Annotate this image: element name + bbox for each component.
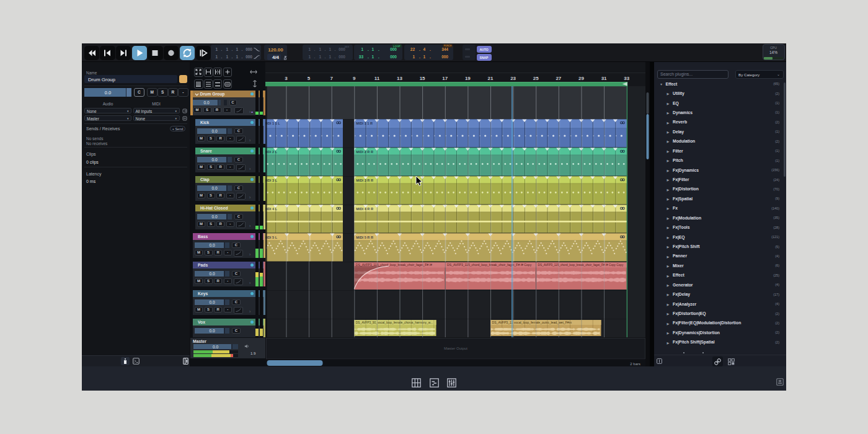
svg-text:33: 33 [624,76,629,81]
svg-text:DS_AVFP3_115_chord_loop_break_: DS_AVFP3_115_chord_loop_break_choir_fage… [538,263,624,267]
svg-text:5: 5 [308,76,311,81]
svg-text:31: 31 [601,76,607,81]
svg-text:9: 9 [353,76,356,81]
svg-text:7: 7 [330,76,333,81]
svg-text:21: 21 [488,76,494,81]
svg-text:19: 19 [465,76,471,81]
svg-text:MIDI 2 R R: MIDI 2 R R [356,150,373,154]
svg-text:MIDI 5 L: MIDI 5 L [265,236,278,239]
svg-text:23: 23 [510,76,516,81]
svg-text:17: 17 [442,76,448,81]
svg-text:DS_AVFP3_115_chord_loop_break_: DS_AVFP3_115_chord_loop_break_choir_fage… [447,263,531,267]
svg-text:MIDI 2 L: MIDI 2 L [265,150,278,154]
svg-text:DS_AVFP3_11 vocal_loop_female: DS_AVFP3_11 vocal_loop_female_outro_lead… [492,321,572,324]
svg-text:25: 25 [533,76,539,81]
svg-text:MIDI 4 R R: MIDI 4 R R [356,207,373,211]
svg-text:Master Output: Master Output [444,347,467,350]
svg-text:3: 3 [285,76,288,81]
svg-text:MIDI 1 1 R: MIDI 1 1 R [356,122,373,125]
svg-text:DS_AVFP3_90_vocal_loop_female_: DS_AVFP3_90_vocal_loop_female_chorus_har… [356,321,433,324]
svg-text:11: 11 [374,76,380,81]
svg-text:29: 29 [578,76,584,81]
svg-text:MIDI 1 1 L: MIDI 1 1 L [265,122,280,125]
svg-text:2 bars: 2 bars [630,362,640,366]
svg-text:27: 27 [556,76,561,81]
svg-text:15: 15 [420,76,425,81]
svg-text:MIDI 3 R R: MIDI 3 R R [356,179,373,182]
svg-text:MIDI 5 R R: MIDI 5 R R [356,236,373,239]
svg-text:MIDI 4 L: MIDI 4 L [265,207,278,211]
svg-text:13: 13 [397,76,402,81]
svg-text:MIDI 3 L: MIDI 3 L [265,179,278,182]
